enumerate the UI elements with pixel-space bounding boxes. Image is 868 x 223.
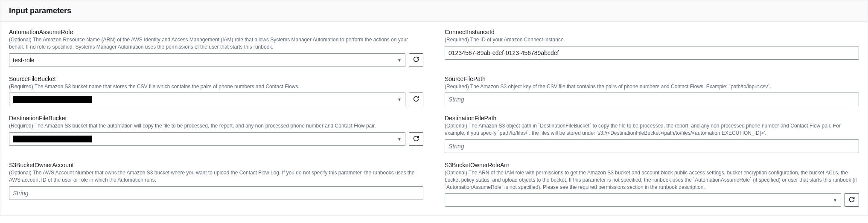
refresh-icon bbox=[413, 56, 419, 64]
field-label: SourceFilePath bbox=[445, 75, 859, 82]
refresh-icon bbox=[413, 96, 419, 104]
input-row: ▼ bbox=[445, 193, 859, 207]
field-desc: (Optional) The ARN of the IAM role with … bbox=[445, 169, 859, 191]
redacted-value bbox=[13, 136, 92, 142]
field-connect-instance-id: ConnectInstanceId (Required) The ID of y… bbox=[445, 29, 859, 67]
field-desc: (Required) The ID of your Amazon Connect… bbox=[445, 36, 859, 43]
refresh-icon bbox=[413, 135, 419, 143]
field-desc: (Optional) The AWS Account Number that o… bbox=[9, 169, 423, 184]
source-file-path-input[interactable] bbox=[445, 93, 859, 106]
select-wrap: ▼ bbox=[9, 132, 405, 146]
field-label: SourceFileBucket bbox=[9, 75, 423, 82]
field-source-file-path: SourceFilePath (Required) The Amazon S3 … bbox=[445, 75, 859, 107]
chevron-down-icon: ▼ bbox=[397, 97, 402, 102]
select-wrap: ▼ bbox=[9, 93, 405, 106]
select-value: test-role bbox=[13, 57, 35, 64]
destination-file-path-input[interactable] bbox=[445, 139, 859, 153]
chevron-down-icon: ▼ bbox=[397, 137, 402, 142]
field-automation-assume-role: AutomationAssumeRole (Optional) The Amaz… bbox=[9, 29, 423, 67]
field-desc: (Required) The Amazon S3 bucket that the… bbox=[9, 122, 423, 130]
field-destination-file-bucket: DestinationFileBucket (Required) The Ama… bbox=[9, 115, 423, 153]
field-label: AutomationAssumeRole bbox=[9, 29, 423, 35]
input-row bbox=[445, 93, 859, 106]
s3-bucket-owner-account-input[interactable] bbox=[9, 186, 423, 200]
field-label: ConnectInstanceId bbox=[445, 29, 859, 35]
field-source-file-bucket: SourceFileBucket (Required) The Amazon S… bbox=[9, 75, 423, 107]
field-s3-bucket-owner-account: S3BucketOwnerAccount (Optional) The AWS … bbox=[9, 162, 423, 207]
chevron-down-icon: ▼ bbox=[397, 58, 402, 62]
input-row: ▼ bbox=[9, 93, 423, 106]
refresh-button[interactable] bbox=[409, 53, 423, 67]
refresh-button[interactable] bbox=[845, 193, 859, 207]
input-row bbox=[445, 139, 859, 153]
input-row bbox=[9, 186, 423, 200]
panel-body: AutomationAssumeRole (Optional) The Amaz… bbox=[0, 22, 868, 215]
panel-header: Input parameters bbox=[0, 0, 868, 22]
field-desc: (Required) The Amazon S3 object key of t… bbox=[445, 83, 859, 90]
destination-file-bucket-select[interactable]: ▼ bbox=[9, 132, 405, 146]
redacted-value bbox=[13, 96, 92, 103]
panel-title: Input parameters bbox=[9, 6, 859, 15]
field-destination-file-path: DestinationFilePath (Optional) The Amazo… bbox=[445, 115, 859, 153]
field-label: DestinationFilePath bbox=[445, 115, 859, 122]
source-file-bucket-select[interactable]: ▼ bbox=[9, 93, 405, 106]
field-s3-bucket-owner-role-arn: S3BucketOwnerRoleArn (Optional) The ARN … bbox=[445, 162, 859, 207]
field-label: S3BucketOwnerAccount bbox=[9, 162, 423, 168]
field-desc: (Required) The Amazon S3 bucket name tha… bbox=[9, 83, 423, 90]
input-row: ▼ bbox=[9, 132, 423, 146]
chevron-down-icon: ▼ bbox=[833, 198, 837, 203]
input-parameters-panel: Input parameters AutomationAssumeRole (O… bbox=[0, 0, 868, 216]
input-row bbox=[445, 46, 859, 60]
field-desc: (Optional) The Amazon S3 object path in … bbox=[445, 122, 859, 137]
input-row: test-role ▼ bbox=[9, 53, 423, 67]
field-label: S3BucketOwnerRoleArn bbox=[445, 162, 859, 168]
s3-bucket-owner-role-arn-select[interactable]: ▼ bbox=[445, 193, 841, 207]
refresh-button[interactable] bbox=[409, 132, 423, 146]
select-wrap: ▼ bbox=[445, 193, 841, 207]
select-wrap: test-role ▼ bbox=[9, 53, 405, 67]
connect-instance-id-input[interactable] bbox=[445, 46, 859, 60]
refresh-button[interactable] bbox=[409, 93, 423, 106]
automation-assume-role-select[interactable]: test-role ▼ bbox=[9, 53, 405, 67]
field-desc: (Optional) The Amazon Resource Name (ARN… bbox=[9, 36, 423, 51]
refresh-icon bbox=[848, 196, 855, 204]
field-label: DestinationFileBucket bbox=[9, 115, 423, 122]
